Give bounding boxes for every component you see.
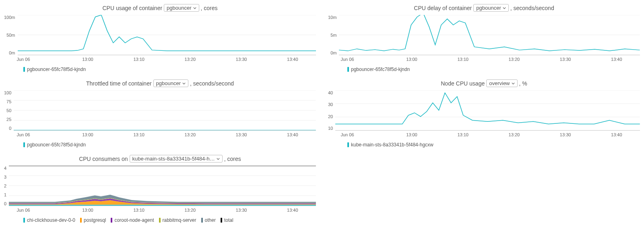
node-dropdown[interactable]: overview (486, 79, 517, 87)
legend-item[interactable]: pgbouncer-65fc78f5d-kjndn (23, 142, 86, 148)
legend-swatch (23, 142, 25, 147)
legend-label: kube-main-sts-8a33341b-5f484-hgcxw (351, 142, 433, 148)
title-pre: CPU usage of container (102, 5, 162, 11)
panel-title: CPU consumers on kube-main-sts-8a33341b-… (4, 155, 316, 163)
panel-cpu-delay: CPU delay of container pgbouncer , secon… (328, 4, 640, 72)
legend-item[interactable]: rabbitmq-server (159, 217, 196, 223)
dashboard-grid: CPU usage of container pgbouncer , cores… (4, 4, 640, 223)
y-axis: 10m5m0m (328, 15, 339, 55)
chart: 10m5m0m (328, 15, 640, 55)
node-dropdown[interactable]: kube-main-sts-8a33341b-5f484-h… (130, 155, 223, 163)
legend: chi-clickhouse-dev-0-0postgresqlcoroot-n… (4, 217, 316, 223)
dropdown-value: pgbouncer (476, 5, 501, 11)
legend-swatch (159, 218, 161, 223)
title-post: , seconds/second (510, 5, 554, 11)
container-dropdown[interactable]: pgbouncer (153, 79, 188, 87)
legend-item[interactable]: pgbouncer-65fc78f5d-kjndn (347, 67, 410, 72)
dropdown-value: pgbouncer (167, 5, 191, 11)
title-pre: CPU delay of container (414, 5, 472, 11)
legend-swatch (347, 67, 349, 72)
legend-label: total (224, 217, 233, 223)
legend-label: chi-clickhouse-dev-0-0 (27, 217, 75, 223)
x-axis: Jun 0613:0013:1013:2013:3013:40 (4, 208, 316, 213)
legend: pgbouncer-65fc78f5d-kjndn (4, 142, 316, 148)
y-axis: 40302010 (328, 90, 335, 131)
panel-cpu-usage: CPU usage of container pgbouncer , cores… (4, 4, 316, 72)
legend: pgbouncer-65fc78f5d-kjndn (328, 67, 640, 72)
title-post: , cores (201, 5, 218, 11)
title-post: , seconds/second (190, 80, 234, 87)
legend-label: coroot-node-agent (114, 217, 154, 223)
legend-item[interactable]: postgresql (80, 217, 106, 223)
plot-area[interactable] (14, 90, 316, 131)
legend-label: pgbouncer-65fc78f5d-kjndn (27, 142, 86, 148)
panel-title: CPU delay of container pgbouncer , secon… (328, 4, 640, 12)
panel-throttled: Throttled time of container pgbouncer , … (4, 79, 316, 148)
legend-label: other (205, 217, 216, 223)
plot-area[interactable] (18, 15, 316, 55)
panel-node-cpu: Node CPU usage overview , % 40302010 Jun… (328, 79, 640, 148)
panel-consumers: CPU consumers on kube-main-sts-8a33341b-… (4, 155, 316, 223)
legend-item[interactable]: pgbouncer-65fc78f5d-kjndn (23, 67, 86, 72)
legend-item[interactable]: coroot-node-agent (111, 217, 154, 223)
panel-title: CPU usage of container pgbouncer , cores (4, 4, 316, 12)
title-post: , cores (224, 156, 241, 162)
legend-swatch (23, 67, 25, 72)
dropdown-value: pgbouncer (156, 80, 181, 86)
x-axis: Jun 0613:0013:1013:2013:3013:40 (328, 132, 640, 138)
x-axis: Jun 0613:0013:1013:2013:3013:40 (4, 132, 316, 138)
legend-swatch (23, 218, 25, 223)
legend: kube-main-sts-8a33341b-5f484-hgcxw (328, 142, 640, 148)
chart: 100m50m0m (4, 15, 316, 55)
panel-title: Throttled time of container pgbouncer , … (4, 79, 316, 87)
y-axis: 100m50m0m (4, 15, 18, 55)
dropdown-value: overview (489, 80, 510, 86)
legend-label: pgbouncer-65fc78f5d-kjndn (27, 67, 86, 72)
legend-swatch (347, 142, 349, 147)
title-pre: Throttled time of container (86, 80, 152, 87)
plot-area[interactable] (9, 166, 316, 206)
y-axis: 43210 (4, 166, 9, 206)
legend-item[interactable]: total (221, 217, 233, 223)
plot-area[interactable] (335, 90, 640, 131)
plot-area[interactable] (339, 15, 640, 55)
title-pre: CPU consumers on (79, 156, 128, 162)
chevron-down-icon (182, 82, 186, 85)
legend-swatch (221, 218, 222, 223)
legend-swatch (201, 218, 203, 223)
chevron-down-icon (512, 82, 515, 85)
panel-title: Node CPU usage overview , % (328, 79, 640, 87)
legend-label: rabbitmq-server (163, 217, 196, 223)
legend: pgbouncer-65fc78f5d-kjndn (4, 67, 316, 72)
x-axis: Jun 0613:0013:1013:2013:3013:40 (4, 57, 316, 63)
legend-swatch (111, 218, 112, 223)
chart: 1007550250 (4, 90, 316, 131)
legend-label: pgbouncer-65fc78f5d-kjndn (351, 67, 410, 72)
container-dropdown[interactable]: pgbouncer (473, 4, 508, 12)
legend-item[interactable]: kube-main-sts-8a33341b-5f484-hgcxw (347, 142, 433, 148)
chart: 43210 (4, 166, 316, 206)
legend-swatch (80, 218, 82, 223)
chevron-down-icon (503, 6, 506, 10)
x-axis: Jun 0613:0013:1013:2013:3013:40 (328, 57, 640, 63)
y-axis: 1007550250 (4, 90, 14, 131)
legend-item[interactable]: chi-clickhouse-dev-0-0 (23, 217, 75, 223)
chevron-down-icon (193, 6, 196, 10)
container-dropdown[interactable]: pgbouncer (164, 4, 199, 12)
chart: 40302010 (328, 90, 640, 131)
title-post: , % (519, 80, 527, 87)
chevron-down-icon (217, 157, 220, 161)
title-pre: Node CPU usage (441, 80, 485, 87)
legend-label: postgresql (84, 217, 106, 223)
legend-item[interactable]: other (201, 217, 216, 223)
dropdown-value: kube-main-sts-8a33341b-5f484-h… (132, 156, 215, 162)
